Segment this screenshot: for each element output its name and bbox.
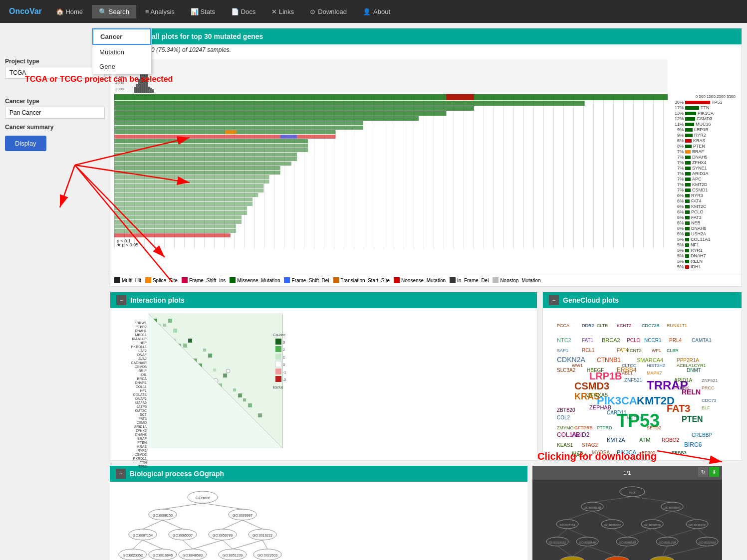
left-panel: Project type TCGA or TCGC project can be… [5, 28, 105, 560]
dropdown-gene[interactable]: Gene [92, 59, 151, 74]
gene-row-muc16: 11% MUC16 [673, 122, 738, 127]
dropdown-mutation[interactable]: Mutation [92, 45, 151, 59]
nav-links[interactable]: ✕ Links [264, 0, 301, 23]
interaction-collapse-btn[interactable]: − [116, 295, 126, 305]
svg-rect-62 [188, 339, 192, 343]
svg-rect-71 [183, 344, 187, 348]
gene-row-neb: 6% NEB [673, 220, 738, 225]
svg-rect-85 [275, 339, 281, 345]
genecloud-collapse-btn[interactable]: − [549, 295, 559, 305]
main-container: Project type TCGA or TCGC project can be… [0, 23, 747, 560]
nav-docs[interactable]: 📄 Docs [224, 0, 262, 23]
svg-rect-51 [114, 220, 242, 224]
svg-line-130 [183, 540, 193, 549]
gene-camta1: CAMTA1 [692, 338, 712, 343]
genecloud-content: TP53 PIK3CA CSMD3 KRAS TRRAP LRP1B KMT2D… [543, 308, 733, 458]
gene-row-fat3: 6% FAT3 [673, 215, 738, 220]
gene-nccr1: NCCR1 [644, 338, 662, 343]
svg-rect-33 [225, 130, 236, 134]
legend-inframe-del: In_Frame_Del [450, 277, 489, 283]
nav-search[interactable]: 🔍 Search [92, 5, 136, 18]
svg-text:GO:0019222: GO:0019222 [252, 534, 272, 537]
dropdown-cancer[interactable]: Cancer [92, 28, 151, 45]
svg-rect-34 [114, 144, 308, 148]
gene-kmt2a: KMT2A [607, 437, 625, 443]
svg-text:Co-occ: Co-occ [273, 333, 285, 337]
gene-row-csmd3: 12% CSMD3 [673, 116, 738, 121]
svg-rect-27 [114, 126, 363, 130]
svg-rect-49 [114, 211, 247, 215]
gene-row-kras: 8% KRAS [673, 138, 738, 143]
svg-rect-31 [446, 94, 474, 100]
gene-row-ush2a: 6% USH2A [673, 231, 738, 236]
gene-fat3: FAT3 [667, 403, 690, 414]
svg-text:GO:0009987: GO:0009987 [233, 514, 252, 517]
viewer-refresh-btn[interactable]: ↻ [698, 467, 708, 477]
dark-viewer-section: Clicking for downloading 1/1 ↻ [532, 466, 742, 560]
svg-line-131 [193, 540, 223, 549]
svg-line-105 [203, 503, 243, 509]
svg-text:GO:0065007: GO:0065007 [604, 524, 621, 527]
viewer-download-btn[interactable]: ⬇ [709, 467, 719, 477]
go-header: − Biological process GOgraph [110, 466, 527, 482]
go-title: Biological process GOgraph [130, 470, 224, 478]
svg-rect-89 [275, 354, 281, 360]
go-collapse-btn[interactable]: − [116, 469, 126, 479]
gene-atm: ATM [639, 437, 650, 443]
svg-rect-32 [280, 135, 297, 139]
gene-pclo: PCLO [627, 338, 640, 343]
svg-text:GO:0023052: GO:0023052 [123, 554, 143, 557]
nav-home[interactable]: 🏠 Home [49, 0, 90, 23]
search-dropdown-menu: Cancer Mutation Gene [92, 28, 152, 74]
gene-hbegf: HBEGF [587, 368, 604, 373]
gene-cdc73: CDC73 [702, 398, 717, 403]
svg-line-114 [143, 520, 163, 529]
tcga-annotation: TCGA or TCGC project can be selected [25, 75, 235, 84]
gene-row-tp53: 36% TP53 [673, 100, 738, 105]
svg-text:GO:0050789: GO:0050789 [644, 524, 661, 527]
gene-ddr2: DDR2 [582, 323, 594, 328]
cancer-summary-label: Cancer summary [5, 124, 105, 131]
cancer-type-input[interactable] [5, 107, 105, 119]
gene-birc6: BIRC6 [684, 441, 702, 448]
go-graph-svg: GO:root GO:0008150 GO:0009987 [113, 485, 524, 560]
gene-clbr: CLBR [667, 348, 679, 353]
svg-rect-61 [168, 319, 172, 323]
legend-missense: Missense_Mutation [230, 277, 280, 283]
gene-runx1t1: RUNX1T1 [667, 323, 687, 328]
gene-slc3a2: SLC3A2 [557, 368, 576, 373]
gene-pten: PTEN [682, 415, 703, 423]
display-button[interactable]: Display [5, 136, 46, 151]
waterfall-subtitle: Altered in 7720 (75.34%) of 10247 sample… [110, 44, 742, 55]
nav-download[interactable]: ⊙ Download [303, 0, 354, 23]
svg-rect-69 [258, 413, 262, 417]
viewer-page-info: 1/1 [623, 470, 631, 476]
svg-rect-37 [114, 157, 297, 161]
legend-multihit: Multi_Hit [114, 277, 141, 283]
genecloud-svg: TP53 PIK3CA CSMD3 KRAS TRRAP LRP1B KMT2D… [547, 312, 733, 457]
gene-arid1: ARID1A [674, 377, 692, 383]
svg-text:GO:0051239: GO:0051239 [223, 554, 243, 557]
svg-text:Exclus: Exclus [273, 385, 283, 389]
gene-blf: BLF [702, 405, 710, 410]
viewer-buttons: ↻ ⬇ [697, 466, 720, 478]
svg-rect-30 [114, 139, 308, 143]
waterfall-header: − Waterfall plots for top 30 mutated gen… [110, 28, 742, 44]
svg-rect-41 [114, 175, 269, 179]
svg-line-133 [233, 540, 262, 549]
svg-rect-63 [208, 354, 212, 358]
gene-row-apc: 7% APC [673, 177, 738, 182]
svg-rect-26 [114, 121, 363, 125]
svg-text:GO:0022603: GO:0022603 [699, 541, 716, 544]
svg-rect-70 [173, 329, 177, 333]
heatmap-area: FRKW1 PTBR2 DNAH1 MBD11 KIAA1UP HEP PKRD… [113, 311, 534, 457]
svg-text:GO:0007154: GO:0007154 [133, 534, 153, 537]
svg-rect-54 [114, 233, 231, 237]
nav-stats[interactable]: 📊 Stats [184, 0, 222, 23]
content-area: − Waterfall plots for top 30 mutated gen… [110, 28, 742, 560]
nav-about[interactable]: 👤 About [356, 0, 397, 23]
nav-analysis[interactable]: ≡ Analysis [138, 0, 182, 23]
gene-row-dnah7: 5% DNAH7 [673, 253, 738, 258]
svg-rect-12 [136, 84, 138, 93]
svg-rect-29 [114, 135, 336, 139]
